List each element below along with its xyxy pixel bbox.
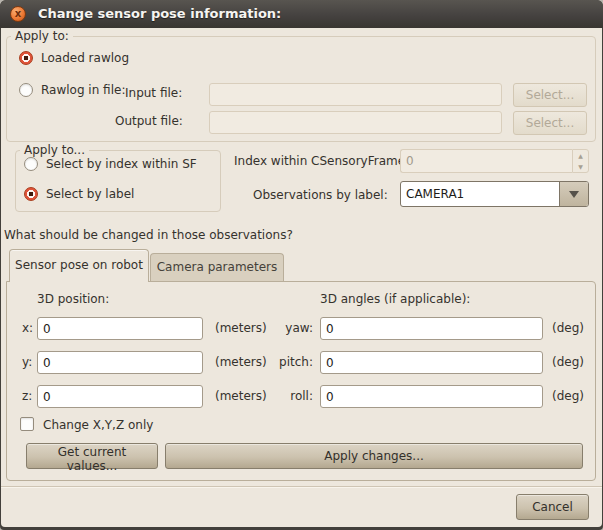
- spinner-down-icon[interactable]: ▼: [573, 161, 588, 172]
- chevron-down-icon: [569, 191, 579, 198]
- pitch-label: pitch:: [247, 355, 313, 369]
- combo-dropdown-button[interactable]: [559, 182, 588, 206]
- apply-changes-button[interactable]: Apply changes...: [165, 443, 583, 469]
- radio-loaded-rawlog-label: Loaded rawlog: [41, 51, 129, 65]
- change-xyz-checkbox-label: Change X,Y,Z only: [43, 418, 153, 432]
- close-icon[interactable]: x: [10, 6, 26, 22]
- radio-select-by-label-label: Select by label: [46, 187, 134, 201]
- yaw-field[interactable]: [320, 317, 543, 340]
- sensor-pose-panel: 3D position: 3D angles (if applicable): …: [6, 281, 596, 481]
- cancel-button[interactable]: Cancel: [516, 494, 589, 520]
- x-label: x:: [22, 321, 33, 335]
- z-label: z:: [22, 389, 32, 403]
- radio-unselected-icon[interactable]: [19, 83, 33, 97]
- tab-sensor-pose[interactable]: Sensor pose on robot: [9, 249, 149, 282]
- position-header: 3D position:: [37, 292, 109, 306]
- input-file-field[interactable]: [209, 83, 502, 106]
- input-file-select-button[interactable]: Select...: [513, 83, 587, 107]
- radio-rawlog-in-file-label: Rawlog in file:: [41, 83, 125, 97]
- angles-header: 3D angles (if applicable):: [320, 292, 470, 306]
- input-file-label: Input file:: [125, 86, 182, 100]
- radio-rawlog-in-file[interactable]: Rawlog in file:: [19, 83, 125, 97]
- selection-group-label: Apply to...: [20, 143, 89, 157]
- yaw-label: yaw:: [247, 321, 313, 335]
- get-current-values-button[interactable]: Get current values...: [26, 443, 158, 469]
- index-spinner-field[interactable]: [400, 149, 572, 173]
- observations-combobox-value: CAMERA1: [401, 182, 559, 206]
- dialog-window: x Change sensor pose information: Apply …: [0, 0, 603, 530]
- apply-to-groupbox: Apply to: Loaded rawlog Rawlog in file: …: [6, 36, 596, 142]
- dialog-body: Apply to: Loaded rawlog Rawlog in file: …: [1, 28, 602, 527]
- radio-select-by-index-label: Select by index within SF: [46, 157, 197, 171]
- roll-label: roll:: [247, 389, 313, 403]
- titlebar[interactable]: x Change sensor pose information:: [0, 0, 603, 28]
- observations-combobox[interactable]: CAMERA1: [400, 181, 589, 207]
- selection-groupbox: Apply to... Select by index within SF Se…: [15, 150, 221, 212]
- radio-selected-icon[interactable]: [24, 187, 38, 201]
- radio-select-by-index[interactable]: Select by index within SF: [24, 157, 197, 171]
- change-xyz-checkbox[interactable]: [20, 417, 34, 431]
- y-field[interactable]: [37, 351, 203, 374]
- spinner-up-icon[interactable]: ▲: [573, 150, 588, 161]
- window-title: Change sensor pose information:: [38, 0, 281, 28]
- radio-loaded-rawlog[interactable]: Loaded rawlog: [19, 51, 129, 65]
- apply-to-group-label: Apply to:: [11, 29, 73, 43]
- index-within-label: Index within CSensoryFrame: [234, 154, 405, 168]
- radio-unselected-icon[interactable]: [24, 157, 38, 171]
- tab-camera-parameters[interactable]: Camera parameters: [150, 253, 284, 282]
- y-label: y:: [22, 355, 32, 369]
- roll-unit-label: (deg): [552, 389, 584, 403]
- yaw-unit-label: (deg): [552, 321, 584, 335]
- roll-field[interactable]: [320, 385, 543, 408]
- pitch-field[interactable]: [320, 351, 543, 374]
- index-spinner[interactable]: ▲ ▼: [400, 149, 589, 173]
- output-file-select-button[interactable]: Select...: [513, 111, 587, 135]
- output-file-field[interactable]: [209, 111, 502, 134]
- output-file-label: Output file:: [115, 114, 183, 128]
- radio-select-by-label[interactable]: Select by label: [24, 187, 134, 201]
- x-field[interactable]: [37, 317, 203, 340]
- z-field[interactable]: [37, 385, 203, 408]
- radio-selected-icon[interactable]: [19, 51, 33, 65]
- pitch-unit-label: (deg): [552, 355, 584, 369]
- footer-separator: [1, 486, 602, 488]
- change-question-label: What should be changed in those observat…: [4, 228, 293, 242]
- observations-by-label-label: Observations by label:: [253, 188, 388, 202]
